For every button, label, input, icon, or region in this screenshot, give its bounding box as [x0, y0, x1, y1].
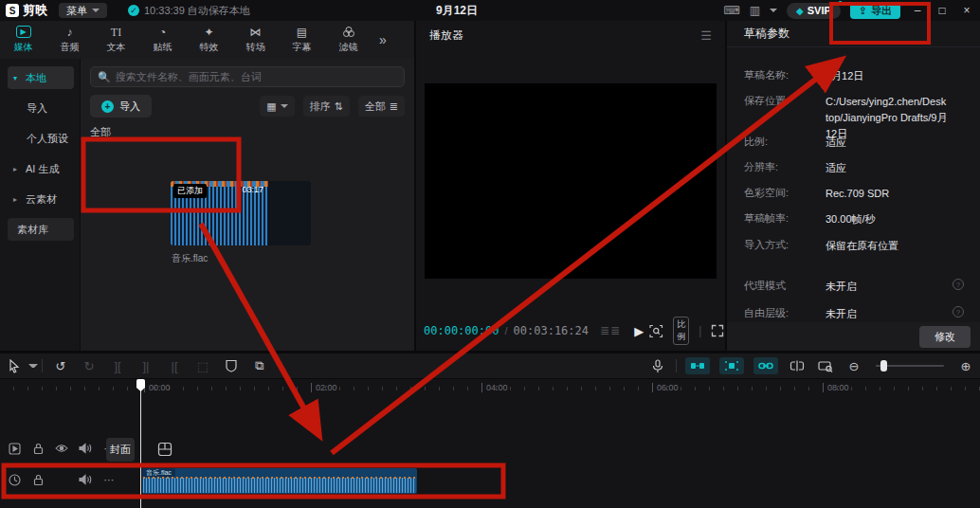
- sidebar-item-local[interactable]: ▾ 本地: [8, 66, 74, 89]
- total-timecode: 00:03:16:24: [514, 324, 589, 337]
- timeline-audio-clip[interactable]: 音乐.flac: [142, 468, 417, 494]
- help-icon[interactable]: ?: [953, 306, 964, 318]
- speaker-icon[interactable]: [79, 442, 92, 455]
- media-item-duration: 03:17: [242, 185, 263, 194]
- field-label: 比例:: [744, 135, 826, 151]
- menu-button[interactable]: 菜单: [59, 3, 107, 18]
- sidebar-item-label: 云素材: [26, 192, 57, 207]
- play-button[interactable]: ▶: [634, 324, 644, 338]
- select-tool-button[interactable]: [0, 359, 28, 373]
- tab-label: 文本: [107, 41, 126, 54]
- layout-chevron-down-icon[interactable]: [770, 9, 777, 12]
- preview-axis-toggle[interactable]: [753, 357, 778, 374]
- close-button[interactable]: ×: [959, 4, 974, 17]
- delete-right-button[interactable]: |[: [160, 359, 189, 373]
- split-button[interactable]: ][: [103, 359, 132, 373]
- adapt-timeline-icon[interactable]: [811, 360, 840, 372]
- export-button[interactable]: ⇪ 导出: [850, 3, 900, 19]
- delete-left-button[interactable]: ]|: [132, 359, 160, 373]
- minimize-button[interactable]: –: [910, 4, 925, 17]
- tab-audio[interactable]: ♪ 音频: [46, 26, 93, 54]
- field-import-mode: 导入方式: 保留在原有位置: [744, 238, 971, 254]
- tab-filters[interactable]: 滤镜: [325, 26, 372, 54]
- magnet-snap-toggle[interactable]: [685, 357, 710, 374]
- chevron-down-icon: ▾: [13, 74, 21, 82]
- fullscreen-icon[interactable]: [711, 324, 724, 337]
- sidebar-item-ai-generate[interactable]: ▸ AI 生成: [8, 157, 74, 180]
- shortcut-keys-icon[interactable]: ⌨: [723, 4, 739, 17]
- zoom-in-icon[interactable]: ⊕: [952, 359, 980, 373]
- speaker-icon[interactable]: [79, 473, 92, 486]
- chevron-right-icon: ▸: [13, 165, 21, 173]
- tab-label: 滤镜: [339, 41, 358, 54]
- audio-track-icon: [8, 473, 21, 486]
- sort-button[interactable]: 排序 ⇅: [303, 96, 350, 117]
- zoom-slider-handle[interactable]: [880, 360, 887, 372]
- quality-zoom-icon[interactable]: [649, 324, 663, 338]
- export-label: 导出: [871, 4, 892, 18]
- field-value: 未开启: [826, 306, 949, 322]
- svip-button[interactable]: ◆ SVIP: [787, 3, 841, 19]
- effects-icon: ✦: [204, 26, 213, 40]
- more-tabs-button[interactable]: »: [379, 32, 387, 47]
- transition-icon: ⋈: [250, 26, 262, 40]
- sidebar-item-presets[interactable]: 个人预设: [8, 127, 74, 150]
- select-tool-chevron-icon[interactable]: [28, 364, 38, 368]
- sidebar-item-cloud-assets[interactable]: ▸ 云素材: [8, 188, 74, 210]
- timecode-separator: /: [504, 325, 507, 336]
- svip-label: SVIP: [808, 5, 831, 16]
- divider: |: [699, 324, 701, 337]
- tab-stickers[interactable]: ◔ 贴纸: [139, 26, 186, 54]
- tab-label: 特效: [200, 41, 219, 54]
- frame-preview-icon[interactable]: ≣≣: [600, 324, 621, 337]
- linkage-toggle[interactable]: [719, 357, 744, 374]
- help-icon[interactable]: ?: [953, 279, 964, 290]
- tab-captions[interactable]: ▤ 字幕: [279, 26, 325, 54]
- layout-switch-icon[interactable]: ▥: [750, 4, 760, 17]
- lock-icon[interactable]: [31, 442, 45, 455]
- split-preview-icon[interactable]: [783, 360, 811, 372]
- media-icon: ▶: [16, 26, 31, 38]
- diamond-icon: ◆: [796, 6, 804, 16]
- ruler-label: 08:00: [823, 383, 849, 392]
- more-options-icon[interactable]: ⋯: [102, 473, 116, 486]
- import-button[interactable]: + 导入: [90, 95, 152, 118]
- eye-icon[interactable]: [55, 442, 68, 455]
- text-icon: TI: [111, 26, 121, 40]
- undo-button[interactable]: ↺: [46, 359, 75, 373]
- added-badge: 已添加: [173, 184, 207, 198]
- player-title: 播放器: [429, 27, 463, 44]
- view-mode-button[interactable]: ▦: [260, 96, 294, 117]
- field-value: 适应: [826, 160, 949, 176]
- delete-button[interactable]: ⬚: [189, 359, 217, 373]
- cover-button[interactable]: 封面: [106, 438, 135, 462]
- time-ruler[interactable]: 00:00 02:00 04:00 06:00 08:00: [0, 379, 980, 396]
- snapshot-icon[interactable]: ⧉: [245, 358, 274, 373]
- menu-button-label: 菜单: [66, 4, 87, 18]
- title-bar: S 剪映 菜单 ✓ 10:33:39 自动保存本地 9月12日 ⌨ ▥ ◆ SV…: [0, 0, 980, 21]
- search-box[interactable]: 🔍: [90, 66, 405, 87]
- media-item-audio[interactable]: 已添加 03:17: [171, 181, 311, 245]
- maximize-button[interactable]: □: [935, 4, 950, 17]
- tab-transitions[interactable]: ⋈ 转场: [232, 26, 279, 54]
- tab-effects[interactable]: ✦ 特效: [186, 26, 232, 54]
- tab-media[interactable]: ▶ 媒体: [0, 26, 46, 54]
- player-menu-icon[interactable]: ☰: [700, 28, 712, 43]
- record-voiceover-icon[interactable]: [644, 359, 672, 373]
- timeline-zoom-slider[interactable]: [876, 365, 944, 367]
- filter-button[interactable]: 全部 ≣: [358, 96, 405, 117]
- sidebar-item-asset-library[interactable]: 素材库: [8, 218, 74, 241]
- modify-button[interactable]: 修改: [919, 326, 971, 348]
- search-input[interactable]: [116, 71, 397, 82]
- mask-icon[interactable]: [217, 359, 245, 372]
- ratio-button[interactable]: 比例: [673, 317, 689, 345]
- video-preview[interactable]: [425, 83, 717, 279]
- filter-circles-icon: [341, 26, 356, 40]
- tab-text[interactable]: TI 文本: [93, 26, 139, 54]
- lock-icon[interactable]: [31, 473, 45, 486]
- chevron-down-icon: [92, 9, 100, 12]
- app-logo: S 剪映: [6, 2, 47, 19]
- redo-button[interactable]: ↻: [75, 359, 103, 373]
- sidebar-item-import[interactable]: 导入: [8, 97, 74, 119]
- zoom-out-icon[interactable]: ⊖: [840, 359, 868, 373]
